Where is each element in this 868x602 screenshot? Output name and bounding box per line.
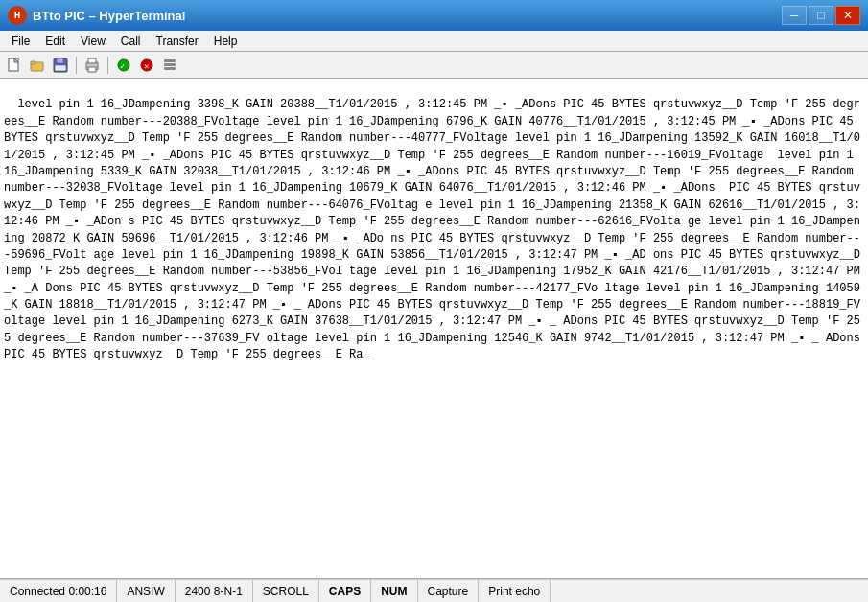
svg-rect-4 [57, 58, 63, 63]
toolbar: ✓ ✕ [0, 52, 868, 79]
status-encoding: ANSIW [117, 580, 175, 602]
menu-help[interactable]: Help [206, 33, 246, 50]
menu-file[interactable]: File [4, 33, 37, 50]
status-baud: 2400 8-N-1 [176, 580, 253, 602]
title-bar: H BTto PIC – HyperTerminal ─ □ ✕ [0, 0, 868, 31]
svg-rect-5 [55, 65, 66, 71]
status-scroll[interactable]: SCROLL [253, 580, 319, 602]
svg-rect-13 [164, 63, 176, 66]
toolbar-print[interactable] [82, 55, 103, 76]
toolbar-new[interactable] [4, 55, 25, 76]
svg-text:✕: ✕ [144, 62, 149, 72]
toolbar-sep-1 [76, 57, 77, 74]
status-capture[interactable]: Capture [418, 580, 480, 602]
title-bar-left: H BTto PIC – HyperTerminal [8, 6, 185, 25]
app-icon: H [8, 6, 27, 25]
toolbar-disconnect[interactable]: ✕ [136, 55, 157, 76]
terminal-text: level pin 1 16_JDampening 3398_K GAIN 20… [4, 98, 867, 361]
status-bar: Connected 0:00:16 ANSIW 2400 8-N-1 SCROL… [0, 579, 868, 602]
maximize-button[interactable]: □ [809, 6, 833, 25]
minimize-button[interactable]: ─ [782, 6, 807, 25]
status-print-echo[interactable]: Print echo [479, 580, 551, 602]
svg-text:✓: ✓ [120, 62, 125, 72]
toolbar-save[interactable] [50, 55, 71, 76]
status-caps[interactable]: CAPS [319, 580, 371, 602]
terminal-output[interactable]: level pin 1 16_JDampening 3398_K GAIN 20… [0, 79, 868, 579]
toolbar-connect[interactable]: ✓ [113, 55, 134, 76]
svg-rect-14 [164, 59, 176, 62]
menu-transfer[interactable]: Transfer [149, 33, 206, 50]
toolbar-open[interactable] [27, 55, 48, 76]
svg-rect-8 [88, 67, 96, 72]
svg-rect-7 [88, 58, 96, 63]
status-connected: Connected 0:00:16 [0, 580, 117, 602]
menu-view[interactable]: View [73, 33, 113, 50]
toolbar-sep-2 [107, 57, 108, 74]
svg-rect-15 [164, 67, 176, 70]
window-title: BTto PIC – HyperTerminal [33, 9, 185, 23]
svg-rect-2 [31, 61, 35, 64]
close-button[interactable]: ✕ [835, 6, 860, 25]
toolbar-properties[interactable] [159, 55, 180, 76]
window-controls: ─ □ ✕ [782, 6, 860, 25]
status-num[interactable]: NUM [371, 580, 417, 602]
menu-call[interactable]: Call [113, 33, 149, 50]
menu-edit[interactable]: Edit [37, 33, 73, 50]
menu-bar: File Edit View Call Transfer Help [0, 31, 868, 52]
